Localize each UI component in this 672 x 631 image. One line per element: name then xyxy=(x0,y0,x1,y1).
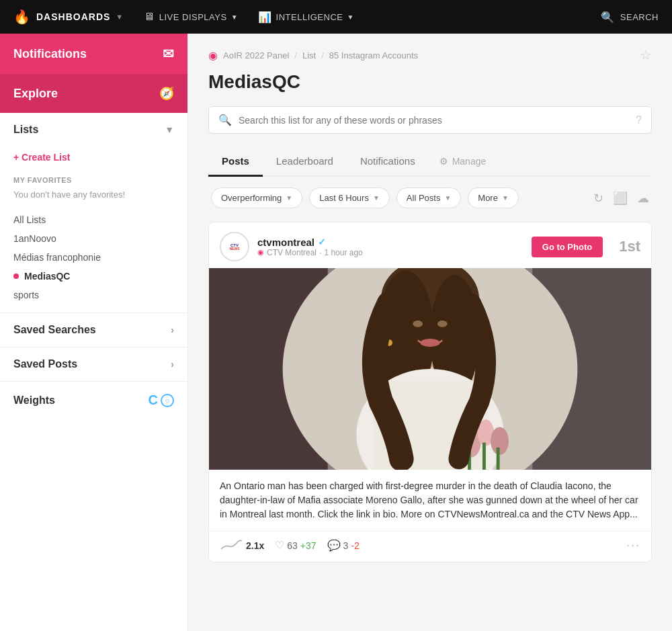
lists-label: Lists xyxy=(13,124,38,136)
favorites-empty-message: You don't have any favorites! xyxy=(0,187,187,208)
toggle-c-icon: C xyxy=(149,392,158,408)
help-icon[interactable]: ? xyxy=(636,114,642,126)
svg-point-11 xyxy=(437,321,448,327)
create-list-button[interactable]: + Create List xyxy=(0,146,187,171)
comments-stat: 💬 3 -2 xyxy=(327,539,360,552)
list-item-1annoovo[interactable]: 1anNoovo xyxy=(0,229,187,248)
post-image-svg xyxy=(209,268,651,470)
lists-section: Lists ▼ + Create List MY FAVORITES You d… xyxy=(0,113,187,313)
likes-delta: +37 xyxy=(300,540,317,551)
verified-icon: ✓ xyxy=(318,237,326,247)
posts-type-arrow: ▼ xyxy=(444,194,451,202)
dashboards-chevron: ▼ xyxy=(116,13,124,21)
saved-posts-section[interactable]: Saved Posts › xyxy=(0,347,187,382)
list-item-mediasqc[interactable]: MediasQC xyxy=(0,267,187,286)
tab-posts[interactable]: Posts xyxy=(208,147,263,177)
intelligence-nav[interactable]: 📊 INTELLIGENCE ▼ xyxy=(258,11,354,24)
svg-point-12 xyxy=(420,339,439,347)
post-text: An Ontario man has been charged with fir… xyxy=(209,470,651,531)
live-displays-nav[interactable]: 🖥 LIVE DISPLAYS ▼ xyxy=(144,11,238,23)
go-to-photo-button[interactable]: Go to Photo xyxy=(532,237,603,257)
tab-leaderboard[interactable]: Leaderboard xyxy=(263,147,347,177)
svg-rect-17 xyxy=(482,443,486,470)
saved-posts-label: Saved Posts xyxy=(13,358,77,370)
post-time: 1 hour ago xyxy=(324,248,362,257)
sidebar-notifications[interactable]: Notifications ✉ xyxy=(0,34,187,74)
active-dot xyxy=(13,274,19,279)
1annoovo-label: 1anNoovo xyxy=(13,233,56,244)
instagram-breadcrumb-icon: ◉ xyxy=(208,49,218,62)
overperforming-arrow: ▼ xyxy=(286,194,292,202)
multiplier-value: 2.1x xyxy=(246,540,264,551)
search-bar: 🔍 ? xyxy=(208,106,652,134)
mediasqc-label: MediasQC xyxy=(24,271,70,282)
explore-label: Explore xyxy=(13,87,58,101)
time-filter-arrow: ▼ xyxy=(373,194,380,202)
comments-delta: -2 xyxy=(351,540,359,551)
mail-icon: ✉ xyxy=(163,46,174,62)
my-favorites-label: MY FAVORITES xyxy=(0,171,187,187)
likes-stat: ♡ 63 +37 xyxy=(275,539,316,552)
page-title: MediasQC xyxy=(208,71,652,93)
main-content: ◉ AoIR 2022 Panel / List / 85 Instagram … xyxy=(188,34,672,631)
sports-label: sports xyxy=(13,290,39,300)
app-logo[interactable]: 🔥 DASHBOARDS ▼ xyxy=(13,9,124,25)
likes-count: 63 xyxy=(287,540,298,551)
saved-searches-section[interactable]: Saved Searches › xyxy=(0,313,187,347)
favorite-star[interactable]: ☆ xyxy=(640,47,652,63)
logo-icon: 🔥 xyxy=(13,9,31,25)
search-input[interactable] xyxy=(239,115,629,126)
sidebar-explore[interactable]: Explore 🧭 xyxy=(0,74,187,113)
post-more-button[interactable]: ··· xyxy=(626,538,640,552)
post-user-info: ctvmontreal ✓ ◉ CTV Montreal · 1 hour ag… xyxy=(257,237,523,257)
lists-section-header[interactable]: Lists ▼ xyxy=(0,113,187,146)
filter-bar: Overperforming ▼ Last 6 Hours ▼ All Post… xyxy=(208,187,652,208)
tabs: Posts Leaderboard Notifications ⚙ Manage xyxy=(208,147,652,177)
svg-point-10 xyxy=(413,321,423,327)
tab-notifications[interactable]: Notifications xyxy=(347,147,429,177)
posts-type-filter[interactable]: All Posts ▼ xyxy=(396,187,461,208)
live-displays-chevron: ▼ xyxy=(231,13,238,21)
svg-rect-18 xyxy=(497,448,500,470)
more-arrow: ▼ xyxy=(502,194,509,202)
list-item-medias-franco[interactable]: Médias francophonie xyxy=(0,248,187,267)
all-lists-label: All Lists xyxy=(13,214,46,225)
list-item-all[interactable]: All Lists xyxy=(0,210,187,229)
trend-line-icon xyxy=(220,540,243,552)
medias-franco-label: Médias francophonie xyxy=(13,252,101,263)
sidebar: Notifications ✉ Explore 🧭 Lists ▼ + Crea… xyxy=(0,34,188,631)
time-filter[interactable]: Last 6 Hours ▼ xyxy=(309,187,390,208)
post-source: ◉ CTV Montreal · 1 hour ago xyxy=(257,248,523,257)
list-items: All Lists 1anNoovo Médias francophonie M… xyxy=(0,208,187,312)
weights-section[interactable]: Weights C ○ xyxy=(0,382,187,419)
export-button[interactable]: ☁ xyxy=(637,191,649,206)
saved-searches-label: Saved Searches xyxy=(13,324,96,336)
weights-label: Weights xyxy=(13,394,55,407)
weights-toggle[interactable]: C ○ xyxy=(149,392,174,408)
lists-chevron: ▼ xyxy=(165,124,174,135)
saved-posts-chevron: › xyxy=(171,359,174,370)
overperforming-filter[interactable]: Overperforming ▼ xyxy=(211,187,302,208)
rank-badge: 1st xyxy=(619,238,640,255)
refresh-button[interactable]: ↻ xyxy=(593,191,603,206)
intelligence-chevron: ▼ xyxy=(347,13,353,21)
search-icon: 🔍 xyxy=(218,114,232,126)
svg-point-15 xyxy=(491,427,509,455)
notifications-label: Notifications xyxy=(13,47,87,61)
main-layout: Notifications ✉ Explore 🧭 Lists ▼ + Crea… xyxy=(0,34,672,631)
breadcrumb-list-link[interactable]: AoIR 2022 Panel xyxy=(223,50,289,60)
post-username[interactable]: ctvmontreal ✓ xyxy=(257,237,523,248)
instagram-source-icon: ◉ xyxy=(257,248,264,257)
search-nav[interactable]: 🔍 SEARCH xyxy=(601,11,659,24)
filter-actions: ↻ ⬜ ☁ xyxy=(593,191,649,206)
post-image xyxy=(209,268,651,470)
more-filter[interactable]: More ▼ xyxy=(468,187,519,208)
list-item-sports[interactable]: sports xyxy=(0,286,187,304)
top-navigation: 🔥 DASHBOARDS ▼ 🖥 LIVE DISPLAYS ▼ 📊 INTEL… xyxy=(0,0,672,34)
search-nav-icon: 🔍 xyxy=(601,11,615,24)
dashboards-nav-item[interactable]: DASHBOARDS xyxy=(36,11,110,22)
breadcrumb-count: 85 Instagram Accounts xyxy=(329,50,418,60)
tab-manage[interactable]: ⚙ Manage xyxy=(429,148,497,175)
download-button[interactable]: ⬜ xyxy=(613,191,628,206)
monitor-icon: 🖥 xyxy=(144,11,155,23)
